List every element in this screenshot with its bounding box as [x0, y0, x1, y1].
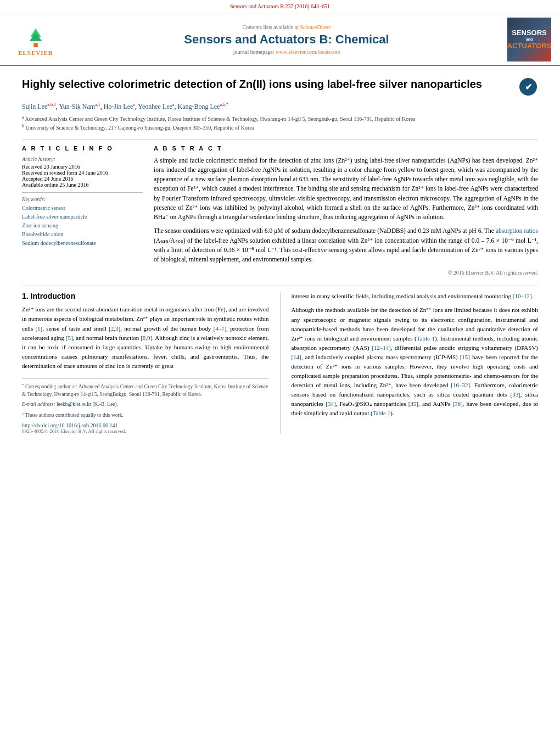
author-4: Yeonhee Lee	[138, 103, 172, 110]
homepage-url[interactable]: www.elsevier.com/locate/snb	[276, 49, 340, 55]
footnote-email: E-mail address: leekb@kist.re.kr (K.-B. …	[22, 400, 269, 408]
issn-line: 0925-4005/© 2016 Elsevier B.V. All right…	[22, 428, 269, 434]
section1-heading: 1. Introduction	[22, 292, 269, 300]
journal-center: Contents lists available at ScienceDirec…	[66, 24, 507, 55]
top-header: Sensors and Actuators B 237 (2016) 643–6…	[0, 0, 560, 14]
abstract-paragraph-2: The sensor conditions were optimized wit…	[154, 226, 538, 264]
body-section: 1. Introduction Zn²⁺ ions are the second…	[22, 286, 538, 434]
received-revised-date: Received in revised form 24 June 2016	[22, 170, 143, 176]
article-content: Highly selective colorimetric detection …	[0, 66, 560, 445]
journal-ref: Sensors and Actuators B 237 (2016) 643–6…	[0, 3, 560, 9]
article-info-col: A R T I C L E I N F O Article history: R…	[22, 145, 143, 277]
history-group: Article history: Received 20 January 201…	[22, 156, 143, 188]
svg-rect-0	[33, 43, 38, 47]
elsevier-logo: ELSEVIER	[5, 23, 66, 56]
author-3: Ho-Jin Lee	[104, 103, 133, 110]
footnote-star: * Corresponding author at: Advanced Anal…	[22, 382, 269, 399]
right-para-1: interest in many scientific fields, incl…	[292, 292, 539, 301]
keyword-1: Colorimetric sensor	[22, 204, 143, 213]
sciencedirect-line: Contents lists available at ScienceDirec…	[66, 24, 507, 30]
author-1: Sujin Lee	[22, 103, 47, 110]
author-5: Kang-Bong Lee	[177, 103, 220, 110]
sciencedirect-link[interactable]: ScienceDirect	[300, 24, 331, 30]
keywords-label: Keywords:	[22, 196, 143, 202]
keyword-4: Borohydride anion	[22, 230, 143, 239]
sensors-actuators-logo: SENSORS and ACTUATORS	[507, 18, 551, 62]
author-2: Yun-Sik Nam	[59, 103, 95, 110]
accepted-date: Accepted 24 June 2016	[22, 176, 143, 182]
doi-line[interactable]: http://dx.doi.org/10.1016/j.snb.2016.06.…	[22, 422, 269, 428]
affiliations: a Advanced Analysis Center and Green Cit…	[22, 114, 538, 132]
article-title: Highly selective colorimetric detection …	[22, 77, 513, 91]
keywords-group: Keywords: Colorimetric sensor Label-free…	[22, 196, 143, 248]
article-info-label: A R T I C L E I N F O	[22, 145, 143, 152]
affiliation-a: a Advanced Analysis Center and Green Cit…	[22, 114, 538, 123]
crossmark-badge: ✔	[518, 77, 538, 97]
available-date: Available online 25 June 2016	[22, 182, 143, 188]
abstract-label: A B S T R A C T	[154, 145, 538, 152]
section1-number: 1.	[22, 292, 29, 300]
body-right-text: interest in many scientific fields, incl…	[292, 292, 539, 418]
homepage-line: journal homepage: www.elsevier.com/locat…	[66, 49, 507, 55]
abstract-text: A simple and facile colorimetric method …	[154, 156, 538, 277]
keywords-list: Colorimetric sensor Label-free silver na…	[22, 204, 143, 248]
crossmark-icon: ✔	[519, 78, 537, 96]
body-left-col: 1. Introduction Zn²⁺ ions are the second…	[22, 292, 269, 434]
copyright-notice: © 2016 Elsevier B.V. All rights reserved…	[154, 269, 538, 277]
elsevier-wordmark: ELSEVIER	[18, 49, 53, 56]
history-label: Article history:	[22, 156, 143, 162]
title-section: Highly selective colorimetric detection …	[22, 77, 538, 97]
elsevier-tree-icon	[19, 26, 52, 48]
keyword-5: Sodium dodecylbenzenesulfonate	[22, 239, 143, 248]
keyword-3: Zinc ion sensing	[22, 221, 143, 230]
body-left-text: Zn²⁺ ions are the second most abundant t…	[22, 305, 269, 370]
column-divider	[280, 292, 281, 434]
footnote-equal: 1 These authors contributed equally to t…	[22, 411, 269, 419]
abstract-col: A B S T R A C T A simple and facile colo…	[154, 145, 538, 277]
section1-title: Introduction	[31, 292, 76, 300]
svg-marker-2	[30, 32, 42, 41]
sensors-logo-text2: ACTUATORS	[507, 42, 551, 51]
body-right-col: interest in many scientific fields, incl…	[292, 292, 539, 434]
sensors-logo-and: and	[526, 37, 533, 42]
journal-banner: ELSEVIER Contents lists available at Sci…	[0, 14, 560, 66]
info-abstract-section: A R T I C L E I N F O Article history: R…	[22, 145, 538, 277]
received-date: Received 20 January 2016	[22, 164, 143, 170]
keyword-2: Label-free silver nanoparticle	[22, 213, 143, 221]
right-para-2: Although the methods available for the d…	[292, 305, 539, 418]
abstract-paragraph-1: A simple and facile colorimetric method …	[154, 156, 538, 222]
journal-title: Sensors and Actuators B: Chemical	[66, 32, 507, 47]
divider-1	[22, 139, 538, 140]
footnote-section: * Corresponding author at: Advanced Anal…	[22, 378, 269, 419]
authors-line: Sujin Leea,b,1, Yun-Sik Nama,1, Ho-Jin L…	[22, 102, 538, 111]
affiliation-b: b University of Science & Technology, 21…	[22, 123, 538, 132]
sensors-logo-text1: SENSORS	[512, 29, 547, 37]
info-divider	[22, 192, 143, 193]
